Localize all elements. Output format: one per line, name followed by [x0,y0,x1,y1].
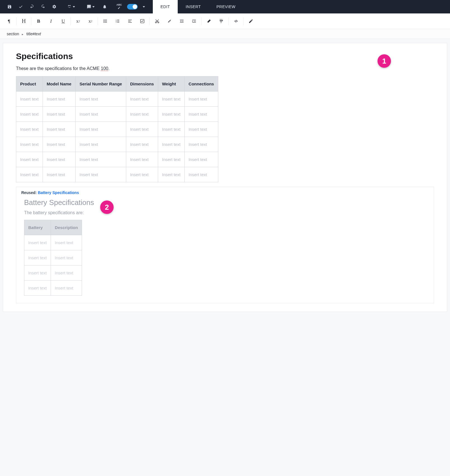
settings-icon[interactable] [49,0,60,13]
table-header[interactable]: Connections [184,76,218,92]
table-cell[interactable]: Insert text [16,92,43,107]
table-cell[interactable]: Insert text [76,167,126,182]
tab-edit[interactable]: EDIT [153,0,178,13]
table-cell[interactable]: Insert text [184,152,218,167]
table-cell[interactable]: Insert text [126,137,158,152]
table-cell: Insert text [24,235,51,250]
crumb-section[interactable]: section [7,32,19,36]
superscript-icon[interactable]: x2 [72,13,84,29]
table-cell[interactable]: Insert text [158,137,184,152]
spellcheck-dropdown-icon[interactable] [139,0,147,13]
cut-icon[interactable] [151,13,163,29]
crop-icon[interactable] [63,0,79,13]
breadcrumb: section ▸ title#text [0,29,450,39]
bold-icon[interactable]: B [32,13,45,29]
crumb-title[interactable]: title#text [26,32,41,36]
svg-rect-21 [192,20,196,20]
table-row: Insert textInsert text [24,250,82,265]
tab-preview[interactable]: PREVIEW [208,0,243,13]
reused-label: Reused: Battery Specifications [21,190,429,195]
redo-icon[interactable] [38,0,49,13]
paragraph-icon[interactable]: ¶ [3,13,15,29]
table-header[interactable]: Weight [158,76,184,92]
heading-icon[interactable]: H [18,13,30,29]
table-cell[interactable]: Insert text [126,92,158,107]
table-cell[interactable]: Insert text [43,167,75,182]
table-cell: Insert text [51,250,82,265]
table-cell[interactable]: Insert text [16,122,43,137]
reused-description: The battery specifications are: [24,210,426,215]
table-cell[interactable]: Insert text [126,107,158,122]
table-cell[interactable]: Insert text [76,137,126,152]
align-icon[interactable] [124,13,136,29]
edit-icon[interactable] [245,13,257,29]
notifications-icon[interactable] [99,0,110,13]
table-cell[interactable]: Insert text [16,107,43,122]
table-cell[interactable]: Insert text [43,152,75,167]
table-cell[interactable]: Insert text [16,137,43,152]
page-title[interactable]: Specifications [16,52,434,61]
table-cell[interactable]: Insert text [126,152,158,167]
reused-link[interactable]: Battery Specifications [38,190,79,195]
table-cell[interactable]: Insert text [158,107,184,122]
table-row: Insert textInsert textInsert textInsert … [16,107,218,122]
specifications-table[interactable]: ProductModel NameSerial Number RangeDime… [16,76,218,182]
code-icon[interactable] [230,13,242,29]
reused-title: Battery Specifications [24,198,426,207]
table-cell[interactable]: Insert text [158,167,184,182]
table-header[interactable]: Model Name [43,76,75,92]
indent-increase-icon[interactable] [188,13,200,29]
table-cell[interactable]: Insert text [76,107,126,122]
comment-icon[interactable] [82,0,99,13]
svg-text:3: 3 [116,22,116,23]
subscript-icon[interactable]: x2 [84,13,97,29]
table-cell[interactable]: Insert text [158,122,184,137]
table-cell[interactable]: Insert text [16,167,43,182]
table-cell[interactable]: Insert text [184,107,218,122]
battery-table: BatteryDescription Insert textInsert tex… [24,220,82,296]
save-icon[interactable] [4,0,15,13]
table-cell[interactable]: Insert text [76,152,126,167]
page-description[interactable]: These are the specifications for the ACM… [16,66,434,71]
table-cell[interactable]: Insert text [126,167,158,182]
undo-icon[interactable] [26,0,38,13]
table-cell[interactable]: Insert text [158,92,184,107]
format-paint-icon[interactable] [215,13,227,29]
svg-rect-22 [194,21,196,21]
underline-icon[interactable]: U [57,13,69,29]
collapse-icon[interactable] [163,13,175,29]
checklist-icon[interactable] [136,13,148,29]
table-header[interactable]: Dimensions [126,76,158,92]
table-header: Description [51,220,82,235]
table-cell[interactable]: Insert text [76,122,126,137]
table-cell[interactable]: Insert text [43,107,75,122]
svg-point-2 [104,21,104,22]
table-cell[interactable]: Insert text [184,137,218,152]
table-cell[interactable]: Insert text [184,92,218,107]
numbered-list-icon[interactable]: 123 [111,13,124,29]
table-cell[interactable]: Insert text [184,122,218,137]
editor-page[interactable]: 1 Specifications These are the specifica… [3,43,447,312]
spellcheck-toggle[interactable] [125,0,139,13]
table-cell[interactable]: Insert text [126,122,158,137]
table-row: Insert textInsert textInsert textInsert … [16,122,218,137]
table-header[interactable]: Product [16,76,43,92]
italic-icon[interactable]: I [45,13,57,29]
table-header[interactable]: Serial Number Range [76,76,126,92]
table-cell[interactable]: Insert text [43,137,75,152]
table-cell[interactable]: Insert text [76,92,126,107]
top-toolbar: ABC✓ EDIT INSERT PREVIEW [0,0,450,13]
approve-icon[interactable] [15,0,26,13]
eraser-icon[interactable] [203,13,215,29]
indent-decrease-icon[interactable] [175,13,188,29]
tab-insert[interactable]: INSERT [178,0,208,13]
table-cell[interactable]: Insert text [43,122,75,137]
table-cell[interactable]: Insert text [43,92,75,107]
svg-rect-7 [117,20,119,20]
bullet-list-icon[interactable] [99,13,111,29]
table-cell[interactable]: Insert text [16,152,43,167]
table-cell[interactable]: Insert text [158,152,184,167]
table-cell[interactable]: Insert text [184,167,218,182]
svg-rect-14 [128,22,132,22]
table-row: Insert textInsert textInsert textInsert … [16,167,218,182]
